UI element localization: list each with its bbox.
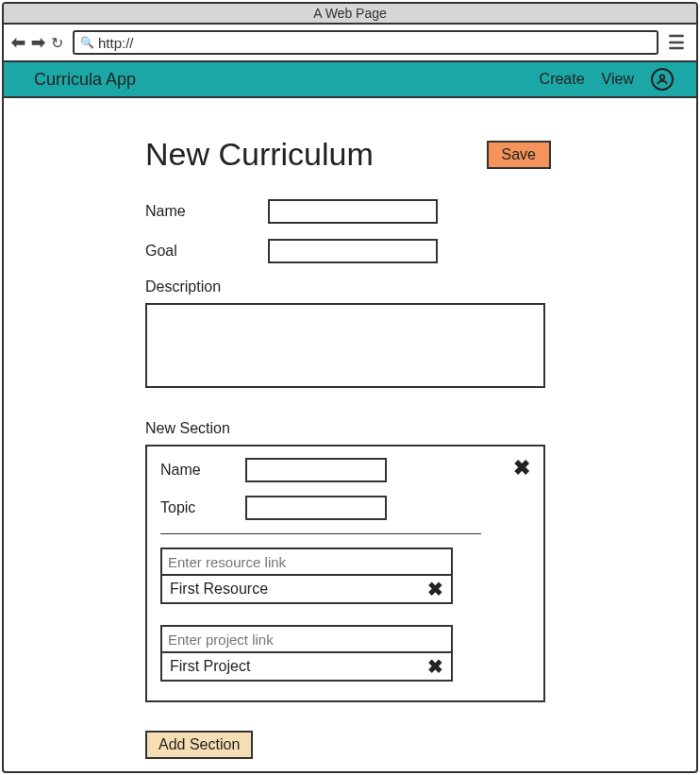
user-icon[interactable]	[651, 68, 674, 91]
menu-icon[interactable]: ☰	[664, 31, 689, 54]
header-row: New Curriculum Save	[145, 136, 551, 173]
name-input[interactable]	[268, 199, 438, 224]
name-row: Name	[145, 199, 551, 224]
refresh-icon[interactable]: ↻	[51, 34, 63, 52]
section-name-input[interactable]	[245, 458, 387, 482]
browser-toolbar: ⬅ ➡ ↻ 🔍 ☰	[4, 25, 696, 62]
page-title: New Curriculum	[145, 136, 374, 173]
url-bar[interactable]: 🔍	[73, 30, 658, 55]
resource-remove-icon[interactable]: ✖	[427, 578, 443, 600]
search-icon: 🔍	[80, 36, 94, 49]
project-input-wrap	[160, 625, 453, 653]
section-close-icon[interactable]: ✖	[513, 456, 530, 480]
back-icon[interactable]: ⬅	[11, 34, 25, 51]
name-label: Name	[145, 203, 268, 220]
project-item-label: First Project	[170, 658, 250, 675]
window-titlebar: A Web Page	[4, 4, 696, 25]
app-nav: Create View	[540, 68, 674, 91]
resource-item: First Resource ✖	[160, 574, 453, 604]
section-topic-input[interactable]	[245, 496, 387, 520]
nav-view[interactable]: View	[602, 71, 634, 88]
section-box: ✖ Name Topic First Resource ✖	[145, 445, 545, 702]
project-link-input[interactable]	[162, 627, 451, 651]
nav-create[interactable]: Create	[540, 71, 585, 88]
app-title: Curricula App	[34, 70, 136, 90]
section-label: New Section	[145, 420, 551, 437]
section-name-label: Name	[160, 462, 245, 479]
app-window: A Web Page ⬅ ➡ ↻ 🔍 ☰ Curricula App Creat…	[2, 2, 698, 773]
section-topic-row: Topic	[160, 496, 530, 520]
project-item: First Project ✖	[160, 651, 453, 682]
section-topic-label: Topic	[160, 499, 245, 516]
forward-icon[interactable]: ➡	[31, 34, 45, 51]
resource-group: First Resource ✖	[160, 548, 530, 604]
description-input[interactable]	[145, 303, 545, 388]
resource-item-label: First Resource	[170, 581, 268, 598]
resource-input-wrap	[160, 548, 453, 576]
add-section-button[interactable]: Add Section	[145, 731, 253, 759]
url-input[interactable]	[98, 35, 651, 51]
section-name-row: Name	[160, 458, 530, 482]
section-divider	[160, 533, 481, 534]
form-container: New Curriculum Save Name Goal Descriptio…	[145, 136, 551, 759]
goal-row: Goal	[145, 239, 551, 263]
save-button[interactable]: Save	[487, 141, 551, 169]
window-title: A Web Page	[313, 6, 387, 21]
resource-link-input[interactable]	[162, 549, 451, 574]
goal-input[interactable]	[268, 239, 438, 263]
project-remove-icon[interactable]: ✖	[427, 655, 443, 678]
description-label: Description	[145, 278, 551, 295]
page-content: New Curriculum Save Name Goal Descriptio…	[4, 98, 696, 771]
project-group: First Project ✖	[160, 625, 530, 682]
app-header: Curricula App Create View	[4, 62, 696, 98]
goal-label: Goal	[145, 243, 268, 260]
svg-point-0	[660, 75, 665, 79]
